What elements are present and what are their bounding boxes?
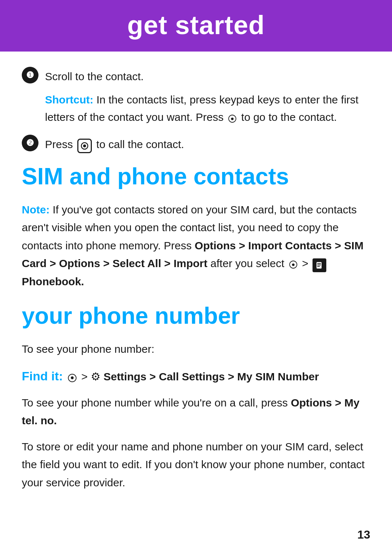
step-2-text: Press to call the contact.: [45, 134, 184, 152]
page-title: get started: [15, 10, 377, 40]
sim-section-title: SIM and phone contacts: [22, 163, 370, 191]
svg-rect-4: [317, 265, 321, 265]
call-button-icon: [77, 139, 92, 153]
your-phone-number-title: your phone number: [22, 302, 370, 330]
settings-icon: ⚙: [91, 371, 101, 383]
page-number: 13: [357, 528, 370, 541]
shortcut-block: Shortcut: In the contacts list, press ke…: [45, 91, 370, 126]
main-content: ❶ Scroll to the contact. Shortcut: In th…: [0, 52, 392, 528]
shortcut-label: Shortcut:: [45, 94, 93, 106]
your-phone-section: your phone number To see your phone numb…: [22, 302, 370, 491]
phonebook-icon: [313, 258, 326, 272]
find-it-label: Find it:: [22, 369, 63, 383]
step-number-1: ❶: [22, 67, 38, 83]
note-label: Note:: [22, 204, 50, 216]
find-it-nav-icon: ⦿: [67, 373, 77, 384]
to-see-text: To see your phone number:: [22, 340, 370, 358]
svg-point-1: [83, 144, 86, 147]
find-it-path-text: > ⚙ Settings > Call Settings > My SIM Nu…: [81, 371, 319, 383]
svg-rect-5: [317, 266, 320, 267]
step-number-2: ❷: [22, 135, 38, 151]
step-1: ❶ Scroll to the contact.: [22, 66, 370, 85]
find-it-block: Find it: ⦿ > ⚙ Settings > Call Settings …: [22, 366, 370, 386]
note-text: If you've got contacts stored on your SI…: [22, 204, 363, 287]
header-banner: get started: [0, 0, 392, 52]
step-2: ❷ Press to call the contact.: [22, 134, 370, 152]
to-see-call-text: To see your phone number while you're on…: [22, 394, 370, 430]
store-edit-text: To store or edit your name and phone num…: [22, 438, 370, 492]
shortcut-text2: to go to the contact.: [238, 111, 337, 123]
nav-circle-2-icon: ⦿: [289, 257, 298, 273]
svg-rect-3: [317, 263, 321, 264]
step-1-text: Scroll to the contact.: [45, 66, 144, 85]
nav-circle-icon: ⦿: [228, 112, 237, 127]
note-block: Note: If you've got contacts stored on y…: [22, 201, 370, 291]
